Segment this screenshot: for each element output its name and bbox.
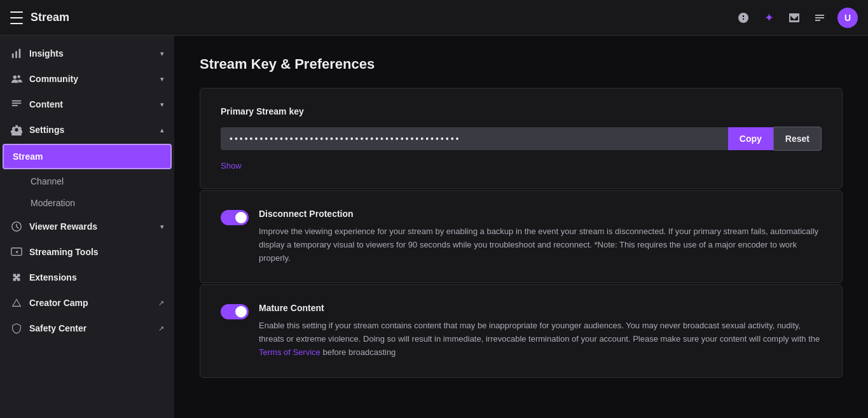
svg-rect-1 [15, 51, 17, 58]
streaming-tools-icon [10, 246, 23, 258]
stream-key-label: Primary Stream key [221, 106, 822, 116]
settings-chevron-icon: ▴ [160, 126, 164, 134]
main-content: Stream Key & Preferences Primary Stream … [174, 36, 868, 418]
sidebar-item-insights[interactable]: Insights ▾ [0, 41, 174, 66]
sidebar-subitem-moderation[interactable]: Moderation [0, 192, 174, 214]
mature-content-card: Mature Content Enable this setting if yo… [200, 284, 843, 377]
sidebar-item-content[interactable]: Content ▾ [0, 92, 174, 117]
sidebar-item-streaming-tools[interactable]: Streaming Tools [0, 239, 174, 265]
topnav-title: Stream [31, 11, 69, 24]
mature-content-row: Mature Content Enable this setting if yo… [221, 303, 822, 359]
disconnect-protection-desc: Improve the viewing experience for your … [259, 225, 822, 265]
hamburger-icon[interactable] [10, 11, 23, 24]
external-link-icon: ↗ [158, 299, 164, 307]
show-link[interactable]: Show [221, 161, 822, 171]
mature-toggle-slider [221, 304, 249, 319]
layout: Insights ▾ Community ▾ Content ▾ Setting… [0, 36, 868, 418]
sidebar-subitem-channel[interactable]: Channel [0, 171, 174, 192]
topnav: Stream ✦ U [0, 0, 868, 36]
sidebar: Insights ▾ Community ▾ Content ▾ Setting… [0, 36, 174, 418]
disconnect-protection-card: Disconnect Protection Improve the viewin… [200, 190, 843, 283]
svg-rect-7 [12, 105, 18, 106]
copy-button[interactable]: Copy [728, 127, 773, 150]
safety-external-link-icon: ↗ [158, 324, 164, 333]
page-title: Stream Key & Preferences [200, 56, 843, 73]
extensions-icon [10, 271, 23, 284]
disconnect-protection-row: Disconnect Protection Improve the viewin… [221, 209, 822, 265]
disconnect-protection-label: Disconnect Protection [259, 209, 822, 219]
svg-point-4 [17, 75, 20, 78]
insights-icon [10, 47, 23, 60]
svg-rect-5 [12, 101, 21, 102]
mature-content-label: Mature Content [259, 303, 822, 313]
content-icon [10, 98, 23, 111]
disconnect-protection-content: Disconnect Protection Improve the viewin… [259, 209, 822, 265]
stream-key-card: Primary Stream key Copy Reset Show [200, 88, 843, 189]
content-chevron-icon: ▾ [160, 101, 164, 109]
topnav-left: Stream [10, 11, 69, 24]
mature-content-content: Mature Content Enable this setting if yo… [259, 303, 822, 359]
stream-key-row: Primary Stream key Copy Reset Show [221, 106, 822, 171]
community-icon [10, 73, 23, 85]
magic-sparkle-icon[interactable]: ✦ [761, 10, 776, 25]
safety-center-icon [10, 322, 23, 335]
avatar[interactable]: U [837, 8, 858, 28]
svg-rect-2 [19, 49, 21, 58]
tos-link[interactable]: Terms of Service [259, 347, 320, 357]
sidebar-item-community[interactable]: Community ▾ [0, 66, 174, 92]
reset-button[interactable]: Reset [773, 127, 822, 151]
notification-icon[interactable] [812, 10, 827, 25]
svg-point-3 [13, 76, 17, 79]
viewer-rewards-chevron-icon: ▾ [160, 223, 164, 231]
sidebar-item-safety-center[interactable]: Safety Center ↗ [0, 316, 174, 341]
svg-rect-6 [12, 102, 21, 104]
inbox-icon[interactable] [787, 10, 802, 25]
sidebar-item-stream[interactable]: Stream [3, 144, 172, 169]
help-icon[interactable] [736, 10, 751, 25]
sidebar-item-viewer-rewards[interactable]: Viewer Rewards ▾ [0, 214, 174, 239]
disconnect-protection-toggle[interactable] [221, 210, 249, 225]
mature-content-toggle[interactable] [221, 304, 249, 319]
topnav-right: ✦ U [736, 8, 858, 28]
svg-rect-0 [12, 53, 14, 58]
community-chevron-icon: ▾ [160, 75, 164, 83]
mature-content-desc: Enable this setting if your stream conta… [259, 319, 822, 359]
sidebar-item-extensions[interactable]: Extensions [0, 265, 174, 290]
stream-key-input-row: Copy Reset [221, 127, 822, 151]
toggle-slider [221, 210, 249, 225]
viewer-rewards-icon [10, 220, 23, 233]
creator-camp-icon [10, 296, 23, 309]
stream-key-input[interactable] [221, 127, 728, 150]
sidebar-item-creator-camp[interactable]: Creator Camp ↗ [0, 290, 174, 316]
insights-chevron-icon: ▾ [160, 50, 164, 58]
sidebar-item-settings[interactable]: Settings ▴ [0, 117, 174, 143]
settings-icon [10, 123, 23, 136]
